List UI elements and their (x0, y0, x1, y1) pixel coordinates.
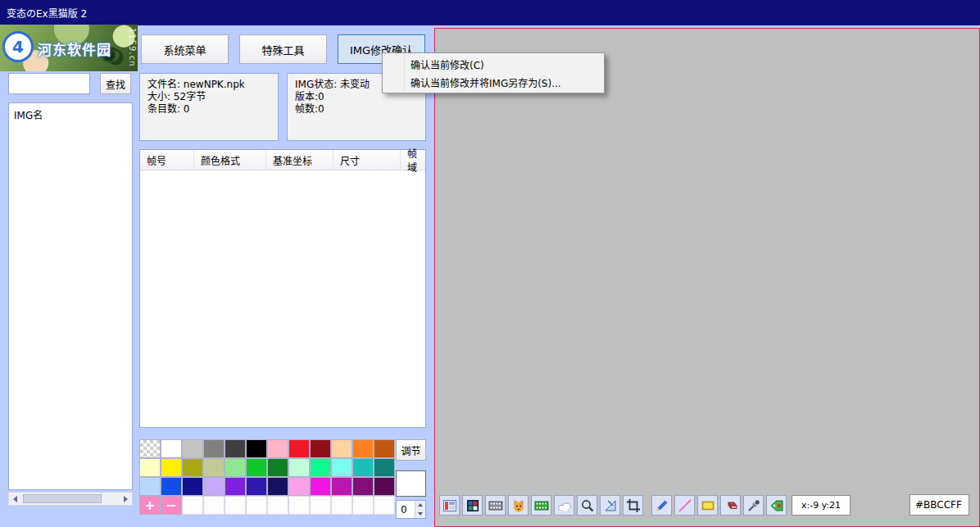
column-header-base-coords[interactable]: 基准坐标 (266, 150, 333, 170)
spinner-down-button[interactable] (415, 510, 425, 519)
rectangle-tool-button[interactable] (697, 495, 718, 516)
palette-swatch[interactable] (225, 439, 246, 458)
column-header-size[interactable]: 尺寸 (333, 150, 401, 170)
palette-swatch[interactable] (225, 477, 246, 496)
cat-tool-button[interactable] (508, 495, 529, 516)
chevron-down-icon (418, 512, 423, 516)
cloud-icon (557, 498, 572, 513)
palette-swatch-empty[interactable] (203, 496, 225, 515)
palette-swatch[interactable] (374, 439, 395, 458)
line-tool-button[interactable] (674, 495, 695, 516)
crop-tool-button[interactable] (623, 495, 643, 516)
palette-swatch[interactable] (310, 458, 331, 477)
palette-swatch[interactable] (267, 458, 288, 477)
palette-swatch[interactable] (374, 477, 395, 496)
ruler-tool-button[interactable] (600, 495, 620, 516)
palette-swatch[interactable] (288, 458, 310, 477)
palette-swatch-empty[interactable] (182, 496, 203, 515)
palette-swatch-empty[interactable] (246, 496, 267, 515)
frame-table-body[interactable] (140, 170, 425, 427)
film-strip-button[interactable] (485, 495, 506, 516)
palette-swatch-empty[interactable] (288, 496, 310, 515)
palette-swatch[interactable] (182, 477, 203, 496)
palette-swatch[interactable] (182, 458, 203, 477)
spinner-arrows (415, 501, 425, 518)
eyedropper-tool-button[interactable] (743, 495, 764, 516)
palette-swatch-empty[interactable] (310, 496, 331, 515)
column-header-color-format[interactable]: 颜色格式 (194, 150, 266, 170)
color-code-field[interactable]: #BBCCFF (910, 494, 969, 516)
palette-swatch[interactable] (352, 477, 374, 496)
rectangle-icon (701, 498, 715, 513)
palette-swatch[interactable] (139, 458, 161, 477)
system-menu-button[interactable]: 系统菜单 (141, 34, 229, 64)
menu-item-confirm[interactable]: 确认当前修改(C) (384, 55, 602, 73)
palette-swatch[interactable] (246, 477, 267, 496)
adjust-button[interactable]: 调节 (396, 439, 426, 461)
palette-swatch[interactable] (352, 458, 374, 477)
palette-remove-button[interactable]: − (161, 496, 182, 515)
image-canvas[interactable] (434, 28, 980, 527)
palette-swatch[interactable] (203, 477, 225, 496)
frame-tool-button[interactable] (439, 495, 460, 516)
spinner-value[interactable]: 0 (397, 501, 415, 518)
palette-swatch[interactable] (246, 439, 267, 458)
palette-swatch[interactable] (310, 477, 331, 496)
film-strip-icon (488, 498, 503, 513)
palette-add-button[interactable]: + (139, 496, 161, 515)
scrollbar-thumb[interactable] (23, 494, 102, 503)
find-button[interactable]: 查找 (100, 73, 131, 94)
palette-swatch[interactable] (267, 477, 288, 496)
cloud-tool-button[interactable] (554, 495, 574, 516)
palette-swatch[interactable] (161, 439, 182, 458)
special-tools-button[interactable]: 特殊工具 (239, 34, 327, 64)
palette-swatch[interactable] (139, 477, 161, 496)
cursor-coordinates: x:-9 y:21 (792, 495, 851, 516)
eraser-tool-button[interactable] (720, 495, 741, 516)
current-color-preview[interactable] (396, 470, 426, 497)
palette-swatch[interactable] (203, 458, 225, 477)
palette-swatch[interactable] (182, 439, 203, 458)
img-list[interactable]: IMG名 (8, 102, 133, 490)
pencil-tool-button[interactable] (651, 495, 672, 516)
palette-swatch[interactable] (331, 458, 352, 477)
palette-swatch[interactable] (225, 458, 246, 477)
palette-swatch[interactable] (331, 477, 352, 496)
palette-swatch[interactable] (267, 439, 288, 458)
palette-swatch[interactable] (246, 458, 267, 477)
palette-swatch-empty[interactable] (374, 496, 395, 515)
palette-swatch[interactable] (374, 458, 395, 477)
palette-swatch-empty[interactable] (267, 496, 288, 515)
animation-film-icon (534, 498, 549, 513)
palette-swatch[interactable] (288, 477, 310, 496)
animation-tool-button[interactable] (531, 495, 551, 516)
adjust-button-label: 调节 (401, 443, 420, 457)
palette-swatch-empty[interactable] (225, 496, 246, 515)
palette-swatch-empty[interactable] (352, 496, 374, 515)
palette-swatch[interactable] (331, 439, 352, 458)
palette-swatch[interactable] (161, 458, 182, 477)
value-spinner[interactable]: 0 (396, 500, 426, 519)
img-list-horizontal-scrollbar[interactable] (8, 492, 133, 506)
menu-item-confirm-save-as[interactable]: 确认当前修改并将IMG另存为(S)... (384, 73, 602, 91)
tag-tool-button[interactable] (766, 495, 787, 516)
spinner-up-button[interactable] (415, 501, 425, 510)
crop-icon (626, 498, 641, 513)
palette-swatch[interactable] (310, 439, 331, 458)
color-code-text: #BBCCFF (915, 499, 962, 511)
scrollbar-track[interactable] (21, 493, 120, 505)
palette-swatch[interactable] (352, 439, 374, 458)
palette-swatch-empty[interactable] (331, 496, 352, 515)
palette-swatch[interactable] (161, 477, 182, 496)
column-header-frame-no[interactable]: 帧号 (140, 150, 194, 170)
scroll-right-button[interactable] (120, 493, 132, 505)
scroll-left-icon (13, 496, 17, 502)
scroll-left-button[interactable] (9, 493, 21, 505)
palette-swatch[interactable] (288, 439, 310, 458)
palette-panel-button[interactable] (462, 495, 483, 516)
palette-swatch[interactable] (203, 439, 225, 458)
zoom-tool-button[interactable] (577, 495, 597, 516)
palette-swatch-transparent[interactable] (139, 439, 161, 458)
search-input[interactable] (8, 73, 90, 94)
column-header-frame-area[interactable]: 帧域 (401, 150, 425, 170)
